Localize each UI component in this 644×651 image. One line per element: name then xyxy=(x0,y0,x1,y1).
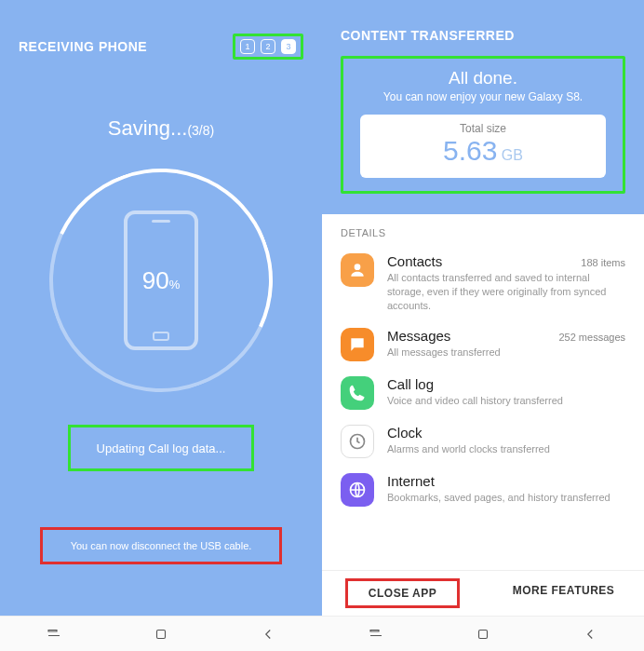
more-features-button[interactable]: MORE FEATURES xyxy=(483,571,644,616)
detail-body: Clock Alarms and world clocks transferre… xyxy=(387,425,625,456)
detail-body: Internet Bookmarks, saved pages, and his… xyxy=(387,473,625,505)
svg-rect-4 xyxy=(478,630,487,638)
receiving-title: RECEIVING PHONE xyxy=(19,39,147,54)
detail-count: 252 messages xyxy=(558,332,625,343)
close-app-button[interactable]: CLOSE APP xyxy=(322,571,483,616)
detail-item[interactable]: Contacts 188 items All contacts transfer… xyxy=(341,246,625,320)
percent-unit: % xyxy=(169,278,181,292)
detail-item[interactable]: Messages 252 messages All messages trans… xyxy=(341,320,625,369)
messages-icon xyxy=(341,328,374,361)
content-transferred-screen: CONTENT TRANSFERRED All done. You can no… xyxy=(322,0,644,651)
total-size-card: Total size 5.63 GB xyxy=(360,115,606,178)
detail-title: Internet xyxy=(387,473,435,489)
step-2: 2 xyxy=(261,39,275,54)
detail-desc: All messages transferred xyxy=(387,346,625,359)
step-1: 1 xyxy=(240,39,255,54)
detail-title: Contacts xyxy=(387,253,442,269)
left-header: RECEIVING PHONE 1 2 3 xyxy=(19,0,303,65)
details-label: DETAILS xyxy=(322,214,644,246)
clock-icon xyxy=(341,425,374,458)
percent-value: 90 xyxy=(142,266,169,294)
enjoy-label: You can now enjoy your new Galaxy S8. xyxy=(360,90,606,103)
internet-icon xyxy=(341,473,374,507)
total-size-value: 5.63 xyxy=(443,135,497,166)
detail-list[interactable]: Contacts 188 items All contacts transfer… xyxy=(322,246,644,514)
status-text: Updating Call log data... xyxy=(68,425,254,471)
home-icon[interactable] xyxy=(475,626,491,643)
saving-label: Saving... xyxy=(108,116,188,140)
home-icon[interactable] xyxy=(153,626,169,643)
detail-title: Call log xyxy=(387,376,434,392)
percent-display: 90% xyxy=(142,266,180,295)
step-3: 3 xyxy=(281,39,296,54)
svg-rect-0 xyxy=(156,630,165,638)
android-navbar-right xyxy=(322,616,644,651)
svg-point-1 xyxy=(355,264,361,270)
progress-ring: 90% xyxy=(49,169,273,392)
detail-title: Messages xyxy=(387,328,450,344)
done-box: All done. You can now enjoy your new Gal… xyxy=(341,56,625,194)
bottom-buttons: CLOSE APP MORE FEATURES xyxy=(322,570,644,616)
all-done-label: All done. xyxy=(360,68,606,88)
detail-desc: Voice and video call history transferred xyxy=(387,394,625,408)
detail-title: Clock xyxy=(387,425,423,441)
contacts-icon xyxy=(341,253,374,287)
detail-desc: Alarms and world clocks transferred xyxy=(387,442,625,456)
receiving-phone-screen: RECEIVING PHONE 1 2 3 Saving...(3/8) 90%… xyxy=(0,0,322,651)
saving-count: (3/8) xyxy=(187,123,214,138)
disconnect-text: You can now disconnect the USB cable. xyxy=(40,527,282,564)
detail-item[interactable]: Call log Voice and video call history tr… xyxy=(341,369,625,417)
recent-apps-icon[interactable] xyxy=(368,626,384,643)
step-indicator: 1 2 3 xyxy=(233,34,303,60)
right-header: CONTENT TRANSFERRED All done. You can no… xyxy=(322,0,644,214)
total-size-unit: GB xyxy=(502,147,523,163)
back-icon[interactable] xyxy=(582,626,598,643)
detail-body: Contacts 188 items All contacts transfer… xyxy=(387,253,625,313)
detail-desc: Bookmarks, saved pages, and history tran… xyxy=(387,491,625,505)
detail-item[interactable]: Clock Alarms and world clocks transferre… xyxy=(341,417,625,466)
detail-desc: All contacts transferred and saved to in… xyxy=(387,271,625,313)
detail-item[interactable]: Internet Bookmarks, saved pages, and his… xyxy=(341,466,625,514)
content-transferred-title: CONTENT TRANSFERRED xyxy=(341,28,625,43)
phone-icon xyxy=(341,376,374,410)
total-size-label: Total size xyxy=(360,122,606,135)
saving-title: Saving...(3/8) xyxy=(19,116,303,141)
recent-apps-icon[interactable] xyxy=(46,626,62,643)
detail-count: 188 items xyxy=(581,257,625,268)
back-icon[interactable] xyxy=(260,626,276,643)
android-navbar-left xyxy=(0,616,322,651)
close-app-label: CLOSE APP xyxy=(345,578,460,608)
detail-body: Call log Voice and video call history tr… xyxy=(387,376,625,408)
detail-body: Messages 252 messages All messages trans… xyxy=(387,328,625,359)
